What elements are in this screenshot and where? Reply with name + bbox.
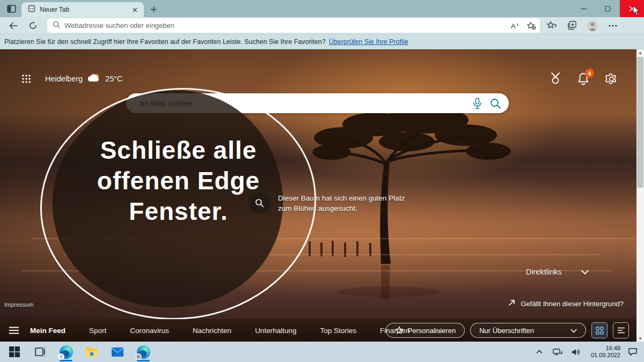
read-aloud-icon[interactable]: A [508,19,523,32]
chevron-down-icon [570,327,577,335]
edge-window: Neuer Tab [0,0,644,362]
svg-text:A: A [511,22,516,29]
personalize-button[interactable]: Personalisieren [386,323,465,338]
water-streaks [21,238,636,271]
personalize-star-icon [395,326,404,335]
page-header: Heidelberg 25°C 4 [0,69,644,90]
tab-actions-menu-icon[interactable] [5,4,17,14]
quick-links-toggle[interactable]: Direktlinks [526,267,589,277]
feed-tab-top-stories[interactable]: Top Stories [320,327,356,335]
windows-taskbar: 16:48 01.09.2022 [0,342,644,362]
edge-profile-badge [58,353,64,360]
mouse-cursor [633,5,640,16]
list-view-button[interactable] [613,322,629,338]
add-favorite-icon[interactable] [524,19,539,32]
feed-tab-sport[interactable]: Sport [89,327,106,335]
web-search-input[interactable] [126,99,468,108]
action-center-icon[interactable] [627,345,639,358]
feed-menu-icon[interactable] [8,324,20,337]
weather-temperature: 25°C [105,75,122,83]
profile-avatar[interactable] [584,19,601,33]
tab-title: Neuer Tab [40,6,130,13]
scrollbar-thumb[interactable] [637,57,643,188]
scroll-up-arrow[interactable]: ▲ [636,49,644,56]
scroll-down-arrow[interactable]: ▼ [636,335,644,342]
weather-cloud-icon [87,73,101,85]
task-view-button[interactable] [31,343,49,361]
feed-tab-nachrichten[interactable]: Nachrichten [193,327,231,335]
running-app-indicator [137,360,150,361]
clock-date: 01.09.2022 [588,352,620,359]
headlines-filter-dropdown[interactable]: Nur Überschriften [470,323,586,338]
back-button[interactable] [5,19,21,33]
maximize-button[interactable] [596,0,620,17]
window-controls [572,0,644,17]
tray-chevron-up-icon[interactable] [533,345,545,358]
web-search-bar[interactable] [126,93,509,113]
external-arrow-icon [508,299,515,308]
check-profile-link[interactable]: Überprüfen Sie Ihre Profile [329,38,408,46]
close-button[interactable] [620,0,644,17]
system-tray: 16:48 01.09.2022 [533,342,639,362]
running-app-indicator [60,360,72,361]
browser-tab[interactable]: Neuer Tab [21,2,144,17]
title-bar: Neuer Tab [0,0,644,17]
mail-app-icon[interactable] [108,343,127,361]
image-info-magnifier-icon[interactable] [248,192,270,214]
voice-search-mic-icon[interactable] [468,94,486,113]
quick-links-label: Direktlinks [526,268,562,276]
volume-icon[interactable] [570,345,582,358]
tab-close-icon[interactable] [130,5,140,14]
chevron-down-icon[interactable] [581,267,589,277]
address-input[interactable] [60,21,508,29]
collections-icon[interactable] [564,19,581,33]
page-scrollbar[interactable]: ▲ ▼ [636,49,644,342]
taskbar-clock[interactable]: 16:48 01.09.2022 [588,345,620,359]
network-icon[interactable] [552,345,564,358]
address-search-icon [53,21,60,31]
favorites-notice-text: Platzieren Sie für den schnell Zugriff h… [4,38,326,46]
feed-tab-unterhaltung[interactable]: Unterhaltung [255,327,296,335]
weather-location: Heidelberg [45,75,83,83]
like-background-link[interactable]: Gefällt Ihnen dieser Hintergrund? [508,299,624,308]
feed-nav: Mein Feed Sport Coronavirus Nachrichten … [30,327,410,335]
caption-text: Dieser Baum hat sich einen guten Platz z… [278,193,405,213]
app-launcher-icon[interactable] [20,73,32,85]
search-submit-icon[interactable] [486,94,504,113]
grid-view-button[interactable] [591,322,608,338]
start-button[interactable] [5,343,24,361]
edge-taskbar-icon-1[interactable] [57,343,75,361]
feed-bar: Mein Feed Sport Coronavirus Nachrichten … [0,319,636,342]
favorites-icon[interactable] [543,19,560,33]
edge-settings-badge [135,353,142,360]
favorites-notice-bar: Platzieren Sie für den schnell Zugriff h… [0,34,644,49]
settings-more-icon[interactable] [604,19,621,33]
rewards-icon[interactable] [548,72,562,86]
weather-widget[interactable]: Heidelberg 25°C [45,73,123,85]
file-explorer-icon[interactable] [83,343,101,361]
clock-time: 16:48 [588,345,620,352]
notification-count-badge: 4 [585,69,594,78]
new-tab-page: Heidelberg 25°C 4 [0,49,644,342]
feed-tab-coronavirus[interactable]: Coronavirus [130,327,169,335]
edge-taskbar-icon-2[interactable] [134,343,152,361]
address-bar[interactable]: A [47,18,540,33]
notifications-bell-icon[interactable]: 4 [576,72,590,86]
browser-toolbar: A [0,17,644,34]
minimize-button[interactable] [572,0,596,17]
new-tab-button[interactable] [148,4,159,14]
refresh-button[interactable] [25,19,41,33]
tab-favicon-icon [28,5,35,14]
feed-tab-mein-feed[interactable]: Mein Feed [30,327,65,335]
page-settings-gear-icon[interactable] [604,72,618,86]
background-caption[interactable]: Dieser Baum hat sich einen guten Platz z… [248,192,405,214]
impressum-link[interactable]: Impressum [4,301,33,308]
